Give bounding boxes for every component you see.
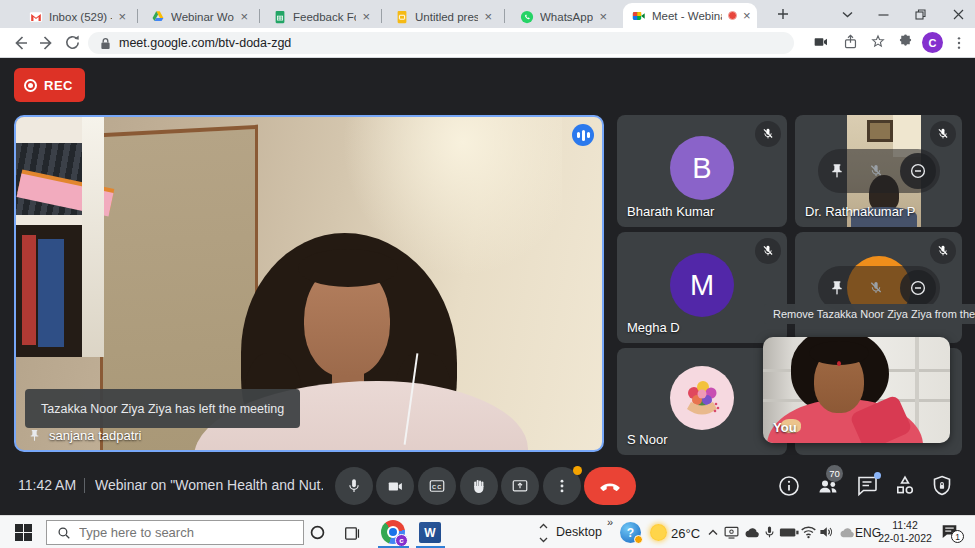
tab-close-icon[interactable]: × (118, 10, 126, 23)
main-participant-label: sanjana tadpatri (28, 428, 142, 443)
mute-participant-button[interactable] (860, 272, 892, 304)
close-icon (953, 9, 964, 20)
window-minimize-button[interactable] (866, 0, 900, 28)
window-close-button[interactable] (941, 0, 975, 28)
share-button[interactable] (842, 33, 862, 53)
browser-profile-avatar[interactable]: C (922, 32, 943, 53)
pin-participant-button[interactable] (821, 155, 853, 187)
tab-gmail[interactable]: Inbox (529) - chann × (20, 5, 132, 28)
start-button[interactable] (0, 516, 46, 548)
participant-tile-snoor[interactable]: S Noor (617, 348, 787, 455)
new-tab-button[interactable] (766, 0, 800, 28)
tab-search-button[interactable] (830, 0, 864, 28)
tab-drive[interactable]: Webinar Women H × (142, 5, 254, 28)
extensions-button[interactable] (897, 33, 917, 53)
browser-menu-button[interactable] (951, 34, 971, 54)
participants-button[interactable]: 70 (816, 474, 840, 498)
participant-tile-tazakka[interactable] (795, 232, 962, 343)
mic-button[interactable] (335, 467, 373, 505)
captions-button[interactable]: CC (418, 467, 456, 505)
pin-participant-button[interactable] (821, 272, 853, 304)
divider (84, 478, 85, 493)
toolbar-scroll-up[interactable] (536, 519, 550, 532)
share-icon (842, 33, 859, 51)
task-view-icon (344, 525, 361, 542)
search-icon (57, 526, 71, 540)
restore-icon (915, 9, 926, 20)
cortana-button[interactable] (307, 522, 327, 542)
bookmark-button[interactable] (869, 33, 889, 53)
present-button[interactable] (501, 467, 539, 505)
sun-icon (650, 524, 667, 541)
action-center-button[interactable]: 1 (940, 523, 959, 540)
participant-name: S Noor (627, 432, 667, 447)
puzzle-icon (897, 33, 914, 50)
back-button[interactable] (10, 33, 30, 53)
tab-close-icon[interactable]: × (599, 10, 607, 23)
camera-in-use-indicator[interactable] (812, 34, 832, 54)
toolbar-scroll-down[interactable] (536, 533, 550, 546)
taskbar-clock[interactable]: 11:42 22-01-2022 (876, 519, 934, 545)
kebab-menu-icon (951, 34, 967, 52)
activities-icon (893, 474, 917, 498)
leave-call-button[interactable] (584, 467, 636, 505)
toolbar-overflow-glyph[interactable]: » (607, 516, 613, 528)
self-video-tile[interactable]: You (763, 337, 950, 443)
tray-battery-icon[interactable] (779, 527, 799, 538)
tab-meet-active[interactable]: Meet - Webina × (623, 3, 757, 28)
rec-label: REC (44, 78, 73, 93)
tab-close-icon[interactable]: × (484, 10, 492, 23)
blue-book (38, 239, 64, 347)
star-icon (869, 33, 887, 51)
chat-button[interactable] (855, 474, 879, 498)
clock-date: 22-01-2022 (876, 532, 934, 545)
notification-count-badge: 1 (951, 530, 964, 543)
search-input[interactable] (79, 525, 269, 540)
help-app-button[interactable]: ? (620, 522, 641, 543)
tray-wifi-icon[interactable] (800, 525, 817, 539)
participant-tile-rathnakumar[interactable]: Dr. Rathnakumar P (795, 115, 962, 227)
remove-participant-button[interactable] (900, 270, 936, 306)
taskbar-word-button[interactable]: W (419, 522, 441, 543)
raise-hand-button[interactable] (460, 467, 498, 505)
participant-tile-megha[interactable]: M Megha D (617, 232, 787, 343)
tab-recording-icon (728, 11, 737, 20)
mute-participant-button[interactable] (860, 155, 892, 187)
tab-close-icon[interactable]: × (743, 9, 751, 22)
chrome-icon: c (381, 520, 405, 544)
camera-button[interactable] (376, 467, 414, 505)
tray-onedrive-icon[interactable] (743, 525, 760, 540)
reload-button[interactable] (63, 33, 83, 53)
tab-label: Meet - Webina (652, 10, 722, 22)
browser-tab-strip: Inbox (529) - chann × Webinar Women H × … (0, 0, 975, 28)
tray-cloud-icon[interactable] (838, 525, 855, 540)
tab-slides[interactable]: Untitled presentati × (386, 5, 498, 28)
tab-close-icon[interactable]: × (362, 10, 370, 23)
show-hidden-icons-button[interactable] (706, 526, 720, 539)
info-icon (777, 474, 801, 498)
address-bar[interactable]: meet.google.com/btv-doda-zgd (88, 32, 794, 54)
temperature-label[interactable]: 26°C (671, 526, 700, 541)
tab-close-icon[interactable]: × (240, 10, 248, 23)
remove-participant-button[interactable] (900, 153, 936, 189)
tray-mic-icon[interactable] (762, 524, 777, 540)
forward-button[interactable] (37, 33, 57, 53)
host-controls-button[interactable] (930, 474, 954, 498)
mic-muted-icon (755, 238, 781, 264)
tray-volume-icon[interactable] (818, 524, 834, 540)
tray-connect-icon[interactable] (723, 524, 740, 541)
task-view-button[interactable] (342, 523, 362, 543)
taskbar-chrome-button[interactable]: c (381, 520, 405, 544)
more-options-button[interactable] (543, 467, 581, 505)
present-screen-icon (510, 477, 530, 495)
tab-whatsapp[interactable]: WhatsApp × (511, 5, 613, 28)
meeting-details-button[interactable] (777, 474, 801, 498)
main-video-tile[interactable]: Tazakka Noor Ziya Ziya has left the meet… (14, 115, 604, 452)
desktop-toolbar-label[interactable]: Desktop (556, 525, 602, 539)
tab-sheets[interactable]: Feedback Form: W × (264, 5, 376, 28)
window-restore-button[interactable] (903, 0, 937, 28)
participant-tile-bharath[interactable]: B Bharath Kumar (617, 115, 787, 227)
taskbar-search[interactable] (46, 520, 304, 545)
weather-widget[interactable] (650, 524, 667, 541)
activities-button[interactable] (893, 474, 917, 498)
